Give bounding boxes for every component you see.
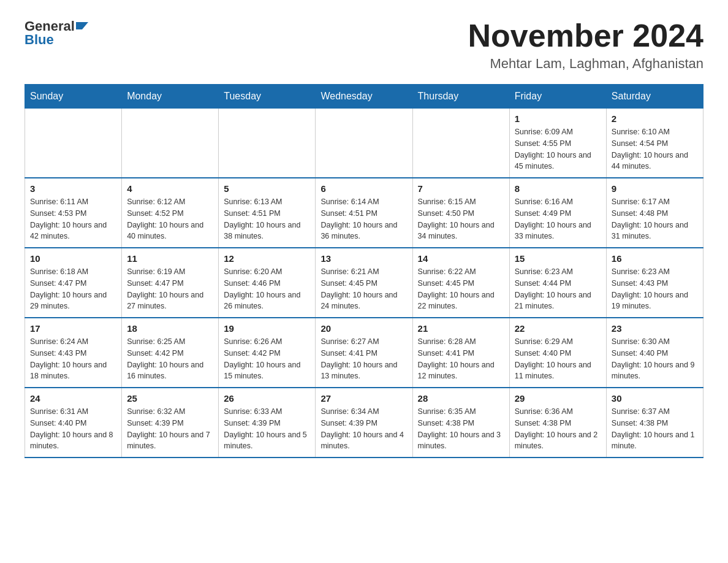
day-header-tuesday: Tuesday: [219, 85, 316, 109]
day-number: 1: [515, 113, 601, 124]
week-row-0: 1Sunrise: 6:09 AMSunset: 4:55 PMDaylight…: [25, 109, 703, 178]
calendar-cell: 30Sunrise: 6:37 AMSunset: 4:38 PMDayligh…: [606, 388, 703, 458]
week-row-4: 24Sunrise: 6:31 AMSunset: 4:40 PMDayligh…: [25, 388, 703, 458]
calendar-cell: 10Sunrise: 6:18 AMSunset: 4:47 PMDayligh…: [25, 248, 122, 318]
day-number: 23: [612, 323, 698, 334]
calendar-cell: 15Sunrise: 6:23 AMSunset: 4:44 PMDayligh…: [509, 248, 606, 318]
day-header-saturday: Saturday: [606, 85, 703, 109]
day-number: 29: [515, 393, 601, 404]
calendar-cell: 2Sunrise: 6:10 AMSunset: 4:54 PMDaylight…: [606, 109, 703, 178]
calendar-cell: 12Sunrise: 6:20 AMSunset: 4:46 PMDayligh…: [219, 248, 316, 318]
day-info: Sunrise: 6:30 AMSunset: 4:40 PMDaylight:…: [612, 336, 698, 382]
calendar-cell: 29Sunrise: 6:36 AMSunset: 4:38 PMDayligh…: [509, 388, 606, 458]
day-number: 20: [320, 323, 407, 334]
calendar-cell: 6Sunrise: 6:14 AMSunset: 4:51 PMDaylight…: [316, 178, 412, 248]
calendar-cell: 7Sunrise: 6:15 AMSunset: 4:50 PMDaylight…: [412, 178, 509, 248]
day-number: 13: [320, 253, 407, 264]
day-number: 9: [612, 183, 698, 194]
day-header-monday: Monday: [122, 85, 219, 109]
day-number: 22: [515, 323, 601, 334]
day-header-sunday: Sunday: [25, 85, 122, 109]
day-number: 5: [224, 183, 310, 194]
day-info: Sunrise: 6:27 AMSunset: 4:41 PMDaylight:…: [320, 336, 407, 382]
day-info: Sunrise: 6:33 AMSunset: 4:39 PMDaylight:…: [224, 406, 310, 452]
day-info: Sunrise: 6:13 AMSunset: 4:51 PMDaylight:…: [224, 196, 310, 242]
day-header-thursday: Thursday: [412, 85, 509, 109]
day-header-friday: Friday: [509, 85, 606, 109]
day-info: Sunrise: 6:29 AMSunset: 4:40 PMDaylight:…: [515, 336, 601, 382]
calendar-cell: [25, 109, 122, 178]
page-header: General Blue November 2024 Mehtar Lam, L…: [25, 18, 703, 72]
day-number: 14: [418, 253, 504, 264]
day-info: Sunrise: 6:17 AMSunset: 4:48 PMDaylight:…: [612, 196, 698, 242]
calendar-cell: 24Sunrise: 6:31 AMSunset: 4:40 PMDayligh…: [25, 388, 122, 458]
title-area: November 2024 Mehtar Lam, Laghman, Afgha…: [468, 18, 703, 72]
day-number: 21: [418, 323, 504, 334]
day-info: Sunrise: 6:35 AMSunset: 4:38 PMDaylight:…: [418, 406, 504, 452]
day-number: 3: [30, 183, 116, 194]
subtitle: Mehtar Lam, Laghman, Afghanistan: [468, 56, 703, 72]
day-info: Sunrise: 6:09 AMSunset: 4:55 PMDaylight:…: [515, 126, 601, 172]
day-info: Sunrise: 6:18 AMSunset: 4:47 PMDaylight:…: [30, 266, 116, 312]
day-info: Sunrise: 6:10 AMSunset: 4:54 PMDaylight:…: [612, 126, 698, 172]
day-info: Sunrise: 6:36 AMSunset: 4:38 PMDaylight:…: [515, 406, 601, 452]
calendar-cell: 11Sunrise: 6:19 AMSunset: 4:47 PMDayligh…: [122, 248, 219, 318]
calendar-cell: 25Sunrise: 6:32 AMSunset: 4:39 PMDayligh…: [122, 388, 219, 458]
day-number: 16: [612, 253, 698, 264]
calendar-cell: 23Sunrise: 6:30 AMSunset: 4:40 PMDayligh…: [606, 318, 703, 388]
logo: General Blue: [25, 18, 88, 48]
calendar-cell: [122, 109, 219, 178]
calendar-cell: [412, 109, 509, 178]
day-number: 24: [30, 393, 116, 404]
logo-triangle-icon: [76, 22, 88, 29]
day-info: Sunrise: 6:22 AMSunset: 4:45 PMDaylight:…: [418, 266, 504, 312]
calendar-cell: 19Sunrise: 6:26 AMSunset: 4:42 PMDayligh…: [219, 318, 316, 388]
day-header-row: SundayMondayTuesdayWednesdayThursdayFrid…: [25, 85, 703, 109]
calendar-cell: 20Sunrise: 6:27 AMSunset: 4:41 PMDayligh…: [316, 318, 412, 388]
day-number: 30: [612, 393, 698, 404]
main-title: November 2024: [468, 18, 703, 53]
calendar-cell: 5Sunrise: 6:13 AMSunset: 4:51 PMDaylight…: [219, 178, 316, 248]
day-info: Sunrise: 6:28 AMSunset: 4:41 PMDaylight:…: [418, 336, 504, 382]
day-header-wednesday: Wednesday: [316, 85, 412, 109]
calendar-table: SundayMondayTuesdayWednesdayThursdayFrid…: [25, 84, 703, 458]
day-info: Sunrise: 6:31 AMSunset: 4:40 PMDaylight:…: [30, 406, 116, 452]
day-number: 6: [320, 183, 407, 194]
day-info: Sunrise: 6:24 AMSunset: 4:43 PMDaylight:…: [30, 336, 116, 382]
day-info: Sunrise: 6:11 AMSunset: 4:53 PMDaylight:…: [30, 196, 116, 242]
calendar-cell: 28Sunrise: 6:35 AMSunset: 4:38 PMDayligh…: [412, 388, 509, 458]
day-number: 7: [418, 183, 504, 194]
calendar-cell: 27Sunrise: 6:34 AMSunset: 4:39 PMDayligh…: [316, 388, 412, 458]
day-number: 28: [418, 393, 504, 404]
calendar-cell: 4Sunrise: 6:12 AMSunset: 4:52 PMDaylight…: [122, 178, 219, 248]
day-number: 4: [127, 183, 213, 194]
calendar-cell: 17Sunrise: 6:24 AMSunset: 4:43 PMDayligh…: [25, 318, 122, 388]
calendar-cell: 22Sunrise: 6:29 AMSunset: 4:40 PMDayligh…: [509, 318, 606, 388]
logo-blue-text: Blue: [25, 32, 54, 48]
day-info: Sunrise: 6:14 AMSunset: 4:51 PMDaylight:…: [320, 196, 407, 242]
day-number: 10: [30, 253, 116, 264]
day-info: Sunrise: 6:15 AMSunset: 4:50 PMDaylight:…: [418, 196, 504, 242]
calendar-cell: 14Sunrise: 6:22 AMSunset: 4:45 PMDayligh…: [412, 248, 509, 318]
day-info: Sunrise: 6:37 AMSunset: 4:38 PMDaylight:…: [612, 406, 698, 452]
calendar-cell: 16Sunrise: 6:23 AMSunset: 4:43 PMDayligh…: [606, 248, 703, 318]
week-row-2: 10Sunrise: 6:18 AMSunset: 4:47 PMDayligh…: [25, 248, 703, 318]
calendar-cell: 9Sunrise: 6:17 AMSunset: 4:48 PMDaylight…: [606, 178, 703, 248]
calendar-cell: [219, 109, 316, 178]
day-number: 26: [224, 393, 310, 404]
calendar-cell: 8Sunrise: 6:16 AMSunset: 4:49 PMDaylight…: [509, 178, 606, 248]
day-info: Sunrise: 6:19 AMSunset: 4:47 PMDaylight:…: [127, 266, 213, 312]
calendar-cell: 18Sunrise: 6:25 AMSunset: 4:42 PMDayligh…: [122, 318, 219, 388]
calendar-cell: 26Sunrise: 6:33 AMSunset: 4:39 PMDayligh…: [219, 388, 316, 458]
day-number: 2: [612, 113, 698, 124]
calendar-body: 1Sunrise: 6:09 AMSunset: 4:55 PMDaylight…: [25, 109, 703, 458]
calendar-cell: 21Sunrise: 6:28 AMSunset: 4:41 PMDayligh…: [412, 318, 509, 388]
day-number: 18: [127, 323, 213, 334]
calendar-cell: 3Sunrise: 6:11 AMSunset: 4:53 PMDaylight…: [25, 178, 122, 248]
day-number: 19: [224, 323, 310, 334]
calendar-header: SundayMondayTuesdayWednesdayThursdayFrid…: [25, 85, 703, 109]
day-number: 25: [127, 393, 213, 404]
day-info: Sunrise: 6:25 AMSunset: 4:42 PMDaylight:…: [127, 336, 213, 382]
day-info: Sunrise: 6:21 AMSunset: 4:45 PMDaylight:…: [320, 266, 407, 312]
day-number: 27: [320, 393, 407, 404]
